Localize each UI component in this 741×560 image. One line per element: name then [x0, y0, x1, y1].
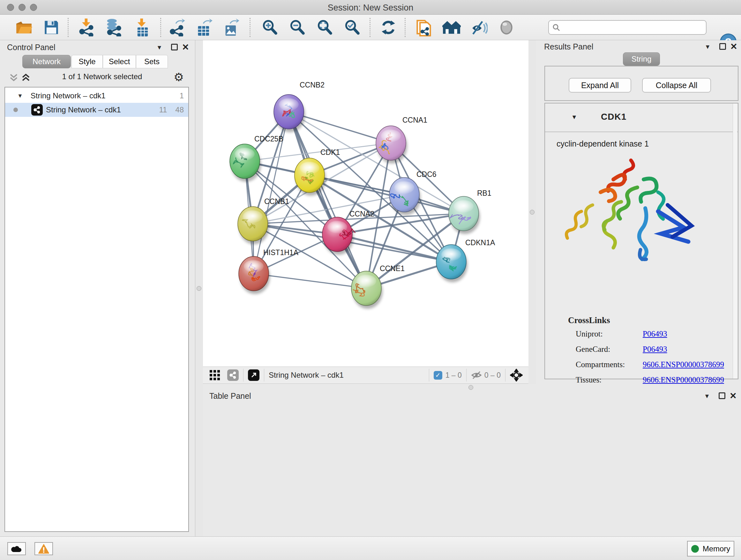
network-view-toolbar: String Network – cdk1 ✓ 1 – 0 0 – 0: [203, 367, 529, 384]
tab-network[interactable]: Network: [22, 55, 71, 68]
edge-CDK1-RB1[interactable]: [310, 175, 464, 213]
first-neighbors-icon: [416, 18, 432, 37]
cloud-icon: [11, 545, 22, 552]
node-CCNE1[interactable]: [351, 271, 383, 309]
crosslink-label: Uniprot:: [576, 329, 643, 338]
network-row[interactable]: String Network – cdk1 11 48: [5, 103, 188, 117]
warning-status-button[interactable]: [35, 542, 53, 555]
import-network-button[interactable]: [77, 18, 96, 37]
search-field: [548, 20, 706, 35]
export-table-button[interactable]: [195, 18, 214, 37]
control-panel-maximize-icon[interactable]: [171, 44, 178, 51]
node-CCNA1[interactable]: [376, 126, 407, 164]
crosslink-value-link[interactable]: P06493: [643, 329, 667, 338]
node-CDKN1A[interactable]: [436, 245, 468, 282]
network-options-gear-icon[interactable]: ⚙: [174, 71, 184, 84]
crosslink-row: GeneCard:P06493: [576, 345, 729, 354]
tab-select[interactable]: Select: [103, 55, 136, 68]
network-type-icon[interactable]: [227, 369, 239, 381]
node-label-CCNB1: CCNB1: [264, 197, 289, 206]
zoom-fit-button[interactable]: [315, 18, 334, 37]
node-CCNB1[interactable]: [238, 206, 269, 244]
crosslink-row: Compartments:9606.ENSP00000378699: [576, 360, 729, 369]
expand-all-button[interactable]: Expand All: [569, 78, 631, 92]
network-canvas[interactable]: CCNB2CCNA1CDC25BCDK1CDC6RB1CCNB1CCNA2CDK…: [203, 40, 529, 367]
refresh-view-icon: [381, 19, 396, 36]
import-network-from-database-button[interactable]: [104, 18, 123, 37]
node-CCNA2[interactable]: [322, 217, 355, 255]
cloud-status-button[interactable]: [7, 542, 26, 555]
splitter-handle[interactable]: [530, 210, 535, 214]
results-panel-float-icon[interactable]: ▼: [704, 44, 711, 51]
table-panel-maximize-icon[interactable]: [719, 392, 725, 399]
first-neighbors-button[interactable]: [415, 18, 433, 37]
import-table-button[interactable]: [133, 18, 152, 37]
section-caret-icon[interactable]: ▼: [571, 114, 577, 121]
divider: [429, 369, 429, 381]
birdseye-grid-icon[interactable]: [209, 370, 220, 381]
node-HIST1H1A[interactable]: [239, 256, 270, 294]
collapse-all-networks-icon[interactable]: [9, 72, 18, 82]
results-scrollbar[interactable]: [733, 104, 737, 379]
zoom-in-button[interactable]: [260, 18, 279, 37]
tab-sets[interactable]: Sets: [136, 55, 168, 68]
collapse-all-button[interactable]: Collapse All: [642, 78, 711, 92]
show-home-icon: [442, 20, 461, 35]
table-panel-close-icon[interactable]: ✕: [730, 392, 737, 400]
tab-string[interactable]: String: [623, 52, 660, 66]
collection-caret-icon[interactable]: ▼: [17, 92, 23, 99]
table-panel-float-icon[interactable]: ▼: [704, 393, 710, 400]
memory-button[interactable]: Memory: [687, 541, 734, 557]
network-graph: CCNB2CCNA1CDC25BCDK1CDC6RB1CCNB1CCNA2CDK…: [203, 40, 529, 367]
results-panel-close-icon[interactable]: ✕: [730, 43, 738, 51]
edge-CCNE1-HIST1H1A[interactable]: [254, 273, 366, 288]
crosslink-value-link[interactable]: 9606.ENSP00000378699: [643, 375, 724, 384]
zoom-fit-icon: [316, 19, 333, 36]
open-session-button[interactable]: [15, 18, 33, 37]
table-panel: Table Panel ▼ ✕ ⚙ f(x) shared namenameca…: [203, 384, 741, 537]
node-label-CCNB2: CCNB2: [300, 81, 325, 89]
node-CDK1[interactable]: [294, 158, 326, 196]
export-network-button[interactable]: [169, 18, 187, 37]
node-CCNB2[interactable]: [274, 95, 305, 132]
zoom-out-button[interactable]: [288, 18, 307, 37]
zoom-selected-button[interactable]: [343, 18, 361, 37]
import-network-icon: [78, 18, 95, 37]
network-collection-row[interactable]: ▼ String Network – cdk1 1: [5, 89, 188, 103]
hide-graphics-details-button[interactable]: [470, 18, 488, 37]
crosslink-value-link[interactable]: P06493: [643, 345, 667, 354]
toolbar-separator: [405, 18, 406, 37]
divider: [505, 369, 506, 381]
refresh-view-button[interactable]: [379, 18, 398, 37]
search-input[interactable]: [560, 23, 697, 32]
network-label: String Network – cdk1: [46, 105, 121, 114]
node-RB1[interactable]: [449, 196, 480, 234]
node-CDC25B[interactable]: [230, 144, 261, 182]
table-panel-title: Table Panel: [209, 391, 251, 401]
toolbar-separator: [160, 18, 161, 37]
control-panel: Control Panel ▼ ✕ Network Style Select S…: [0, 40, 195, 537]
node-label-CCNE1: CCNE1: [380, 264, 405, 273]
network-node-count: 11: [159, 105, 167, 114]
crosslink-value-link[interactable]: 9606.ENSP00000378699: [643, 360, 724, 369]
save-session-button[interactable]: [42, 18, 61, 37]
control-panel-float-icon[interactable]: ▼: [156, 44, 162, 51]
right-splitter[interactable]: [529, 40, 536, 384]
selected-checkbox-icon[interactable]: ✓: [434, 371, 442, 380]
gene-section-header[interactable]: ▼ CDK1: [545, 104, 738, 132]
left-splitter[interactable]: [195, 40, 203, 537]
export-image-button[interactable]: [222, 18, 241, 37]
edge-CCNB2-CCNE1[interactable]: [289, 112, 366, 288]
expand-all-networks-icon[interactable]: [21, 72, 30, 82]
current-network-dot-icon: [13, 108, 18, 112]
node-label-RB1: RB1: [477, 189, 491, 197]
results-panel-maximize-icon[interactable]: [719, 43, 726, 50]
splitter-handle[interactable]: [468, 385, 473, 390]
open-in-window-icon[interactable]: [248, 369, 259, 381]
control-panel-close-icon[interactable]: ✕: [182, 44, 189, 51]
tab-style[interactable]: Style: [71, 55, 103, 68]
fit-content-crosshair-icon[interactable]: [510, 369, 523, 381]
splitter-handle[interactable]: [197, 286, 201, 291]
show-graphics-details-button[interactable]: [497, 18, 516, 37]
home-button[interactable]: [442, 18, 461, 37]
